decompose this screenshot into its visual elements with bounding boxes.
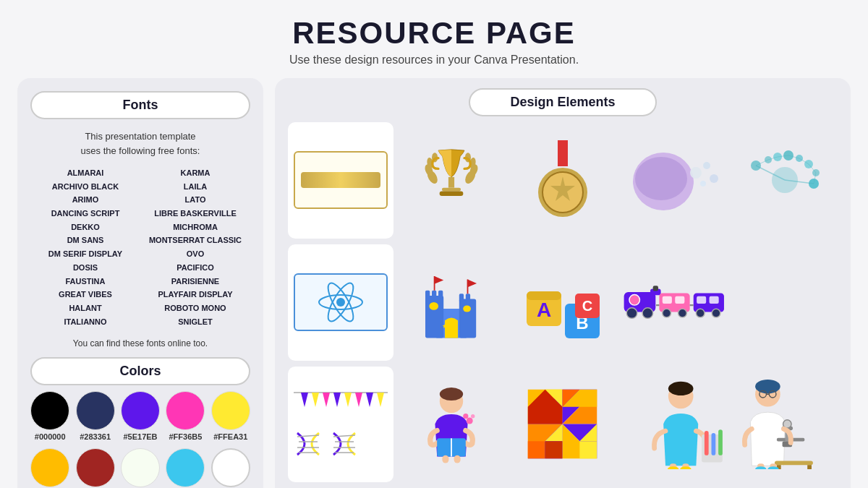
svg-text:★: ★ xyxy=(443,322,448,330)
colors-title: Colors xyxy=(30,357,250,385)
font-item: ARIMO xyxy=(30,193,140,207)
color-swatch xyxy=(76,448,115,487)
svg-rect-51 xyxy=(430,302,439,310)
element-molecules xyxy=(732,122,838,239)
element-atom xyxy=(288,244,393,361)
svg-point-104 xyxy=(467,418,473,424)
color-item: #000000 xyxy=(30,391,69,441)
color-swatch xyxy=(166,448,205,487)
page-title: RESOURCE PAGE xyxy=(289,16,579,51)
svg-rect-11 xyxy=(558,140,568,166)
svg-rect-50 xyxy=(466,294,470,301)
dna-svg xyxy=(290,426,391,462)
color-swatch xyxy=(76,391,115,430)
element-scientists xyxy=(621,367,838,483)
trophy-svg xyxy=(419,147,484,213)
bunting-svg xyxy=(290,387,391,423)
color-item: #FFBC00 xyxy=(30,448,69,488)
color-label: #FF36B5 xyxy=(169,432,202,441)
elements-grid: ★ A B C xyxy=(288,122,838,482)
font-item: PACIFICO xyxy=(140,261,250,275)
svg-point-127 xyxy=(668,382,694,395)
color-item: #3CC7EE xyxy=(166,448,205,488)
svg-rect-44 xyxy=(425,296,443,338)
svg-point-39 xyxy=(336,298,345,307)
svg-marker-54 xyxy=(435,276,444,284)
svg-rect-107 xyxy=(443,455,449,463)
svg-point-106 xyxy=(471,414,475,418)
color-label: #283361 xyxy=(80,432,111,441)
element-person-reading xyxy=(399,367,505,483)
svg-point-79 xyxy=(696,309,705,317)
svg-marker-88 xyxy=(344,393,352,407)
fonts-grid: ALMARAIARCHIVO BLACKARIMODANCING SCRIPTD… xyxy=(30,166,250,328)
element-geometric xyxy=(510,367,616,483)
svg-point-134 xyxy=(668,467,678,470)
page-header: RESOURCE PAGE Use these design resources… xyxy=(289,0,579,71)
color-item: #A02522 xyxy=(75,448,114,488)
svg-rect-131 xyxy=(718,430,723,456)
colors-grid: #000000 #283361 #5E17EB #FF36B5 #FFEA31 … xyxy=(30,391,250,488)
svg-point-67 xyxy=(629,294,640,305)
svg-marker-87 xyxy=(333,393,341,407)
color-label: #000000 xyxy=(35,432,66,441)
left-panel: Fonts This presentation template uses th… xyxy=(17,78,263,488)
svg-rect-48 xyxy=(438,291,443,299)
fonts-title: Fonts xyxy=(30,91,250,119)
font-item: PARISIENNE xyxy=(140,275,250,288)
abc-blocks-svg: A B C xyxy=(523,266,603,338)
svg-point-135 xyxy=(680,467,691,470)
svg-point-19 xyxy=(710,174,718,183)
font-item: HALANT xyxy=(30,301,140,315)
font-item: ARCHIVO BLACK xyxy=(30,180,140,194)
design-elements-header: Design Elements xyxy=(288,88,838,116)
color-swatch xyxy=(121,448,160,487)
svg-rect-129 xyxy=(705,431,709,455)
train-svg xyxy=(621,275,727,330)
svg-rect-45 xyxy=(459,299,476,338)
cert-frame-decoration xyxy=(294,151,388,209)
design-elements-title: Design Elements xyxy=(469,88,657,116)
font-item: LIBRE BASKERVILLE xyxy=(140,207,250,221)
fonts-col1: ALMARAIARCHIVO BLACKARIMODANCING SCRIPTD… xyxy=(30,166,140,328)
font-item: MICHROMA xyxy=(140,221,250,234)
color-item: #FFFFFF xyxy=(211,448,250,488)
svg-point-70 xyxy=(642,307,653,318)
svg-point-80 xyxy=(712,309,720,317)
element-blobs xyxy=(621,122,727,239)
svg-point-18 xyxy=(703,162,710,169)
atom-frame-decoration xyxy=(294,273,388,331)
svg-rect-73 xyxy=(675,296,684,303)
color-swatch xyxy=(166,391,205,430)
blobs-svg xyxy=(624,144,725,216)
svg-marker-56 xyxy=(468,280,477,288)
font-item: KARMA xyxy=(140,166,250,180)
svg-point-75 xyxy=(678,309,686,317)
font-item: ALMARAI xyxy=(30,166,140,180)
svg-point-17 xyxy=(690,167,702,179)
cert-ribbon xyxy=(301,172,380,188)
font-item: GREAT VIBES xyxy=(30,288,140,301)
element-train xyxy=(621,244,727,361)
color-item: #F7FDF2 xyxy=(121,448,160,488)
svg-rect-10 xyxy=(440,192,464,197)
medal-svg xyxy=(530,140,595,220)
svg-rect-130 xyxy=(711,433,715,455)
svg-marker-90 xyxy=(366,393,373,407)
svg-text:A: A xyxy=(537,299,551,321)
color-item: #283361 xyxy=(75,391,114,441)
geometric-svg xyxy=(524,386,600,462)
colors-section: Colors #000000 #283361 #5E17EB #FF36B5 #… xyxy=(30,357,250,488)
font-item: OVO xyxy=(140,247,250,261)
element-castle: ★ xyxy=(399,244,505,361)
font-item: DANCING SCRIPT xyxy=(30,207,140,221)
svg-point-69 xyxy=(626,307,637,318)
color-swatch xyxy=(211,448,250,487)
font-item: LAILA xyxy=(140,180,250,194)
color-item: #FFEA31 xyxy=(211,391,250,441)
color-swatch xyxy=(30,391,69,430)
svg-marker-84 xyxy=(301,393,308,407)
svg-point-101 xyxy=(440,388,463,401)
scientists-svg xyxy=(637,379,822,469)
font-item: DM SANS xyxy=(30,234,140,247)
